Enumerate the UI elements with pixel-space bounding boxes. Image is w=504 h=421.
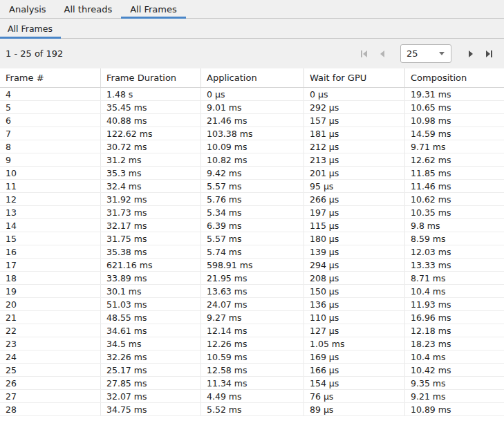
table-cell: 103.38 ms — [200, 127, 304, 140]
table-cell: 12.62 ms — [404, 153, 504, 166]
table-row[interactable]: 2051.03 ms24.07 ms136 µs11.93 ms — [0, 298, 504, 311]
table-cell: 18 — [0, 272, 100, 284]
table-cell: 4 — [0, 88, 100, 100]
table-cell: 30.72 ms — [100, 140, 200, 153]
tab-all-frames-label: All Frames — [130, 4, 177, 15]
table-cell: 201 µs — [304, 167, 404, 179]
table-cell: 9.42 ms — [200, 167, 304, 179]
table-cell: 12.14 ms — [200, 324, 304, 337]
table-row[interactable]: 7122.62 ms103.38 ms181 µs14.59 ms — [0, 127, 504, 140]
table-cell: 150 µs — [304, 285, 404, 297]
table-cell: 9.71 ms — [404, 140, 504, 153]
table-cell: 10.59 ms — [200, 350, 304, 363]
table-cell: 9.01 ms — [200, 101, 304, 113]
table-cell: 197 µs — [304, 206, 404, 218]
table-cell: 8.59 ms — [404, 232, 504, 245]
table-row[interactable]: 2234.61 ms12.14 ms127 µs12.18 ms — [0, 324, 504, 337]
table-row[interactable]: 1531.75 ms5.57 ms180 µs8.59 ms — [0, 232, 504, 245]
table-row[interactable]: 830.72 ms10.09 ms212 µs9.71 ms — [0, 140, 504, 153]
table-row[interactable]: 2732.07 ms4.49 ms76 µs9.21 ms — [0, 390, 504, 403]
table-cell: 89 µs — [304, 403, 404, 415]
table-cell: 157 µs — [304, 114, 404, 127]
tab-analysis-label: Analysis — [9, 4, 46, 15]
table-cell: 27 — [0, 390, 100, 402]
table-row[interactable]: 2525.17 ms12.58 ms166 µs10.42 ms — [0, 364, 504, 377]
table-cell: 1.05 ms — [304, 337, 404, 350]
column-header-wait-for-gpu[interactable]: Wait for GPU — [304, 68, 404, 87]
table-body: 41.48 s0 µs0 µs19.31 ms535.45 ms9.01 ms2… — [0, 88, 504, 416]
table-row[interactable]: 535.45 ms9.01 ms292 µs10.65 ms — [0, 101, 504, 114]
pager-range: 1 - 25 of 192 — [6, 48, 63, 59]
column-header-frame-duration[interactable]: Frame Duration — [100, 68, 200, 87]
table-cell: 598.91 ms — [200, 259, 304, 271]
table-cell: 21 — [0, 311, 100, 324]
table-cell: 31.75 ms — [100, 232, 200, 245]
table-cell: 32.07 ms — [100, 390, 200, 402]
table-cell: 23 — [0, 337, 100, 350]
table-header: Frame # Frame Duration Application Wait … — [0, 68, 504, 88]
table-cell: 10.98 ms — [404, 114, 504, 127]
table-cell: 40.88 ms — [100, 114, 200, 127]
table-cell: 10.35 ms — [404, 206, 504, 218]
table-cell: 24 — [0, 350, 100, 363]
table-cell: 31.73 ms — [100, 206, 200, 218]
table-cell: 25.17 ms — [100, 364, 200, 376]
table-row[interactable]: 640.88 ms21.46 ms157 µs10.98 ms — [0, 114, 504, 127]
table-cell: 76 µs — [304, 390, 404, 402]
table-row[interactable]: 1132.4 ms5.57 ms95 µs11.46 ms — [0, 180, 504, 193]
table-cell: 10.4 ms — [404, 285, 504, 297]
last-page-button[interactable] — [482, 46, 496, 62]
first-page-button[interactable] — [357, 46, 371, 62]
table-cell: 8 — [0, 140, 100, 153]
table-cell: 11 — [0, 180, 100, 192]
main-tabbar: Analysis All threads All Frames — [0, 0, 504, 19]
frames-table: Frame # Frame Duration Application Wait … — [0, 68, 504, 416]
page-size-select[interactable]: 25 — [400, 44, 451, 63]
table-cell: 27.85 ms — [100, 377, 200, 389]
table-row[interactable]: 931.2 ms10.82 ms213 µs12.62 ms — [0, 153, 504, 167]
table-cell: 31.92 ms — [100, 193, 200, 205]
table-cell: 20 — [0, 298, 100, 310]
table-cell: 621.16 ms — [100, 259, 200, 271]
table-row[interactable]: 2432.26 ms10.59 ms169 µs10.4 ms — [0, 350, 504, 364]
table-cell: 7 — [0, 127, 100, 140]
table-cell: 10.82 ms — [200, 153, 304, 166]
table-cell: 13 — [0, 206, 100, 218]
tab-all-threads[interactable]: All threads — [55, 0, 122, 18]
table-cell: 30.1 ms — [100, 285, 200, 297]
table-row[interactable]: 1930.1 ms13.63 ms150 µs10.4 ms — [0, 285, 504, 298]
table-row[interactable]: 41.48 s0 µs0 µs19.31 ms — [0, 88, 504, 101]
table-cell: 51.03 ms — [100, 298, 200, 310]
table-cell: 16 — [0, 245, 100, 258]
table-cell: 0 µs — [304, 88, 404, 100]
table-row[interactable]: 17621.16 ms598.91 ms294 µs13.33 ms — [0, 259, 504, 272]
next-page-button[interactable] — [464, 46, 478, 62]
table-row[interactable]: 2334.5 ms12.26 ms1.05 ms18.23 ms — [0, 337, 504, 350]
table-cell: 5.57 ms — [200, 232, 304, 245]
table-row[interactable]: 1035.3 ms9.42 ms201 µs11.85 ms — [0, 167, 504, 180]
table-row[interactable]: 2834.75 ms5.52 ms89 µs10.89 ms — [0, 403, 504, 416]
table-row[interactable]: 1432.17 ms6.39 ms115 µs9.8 ms — [0, 219, 504, 232]
table-cell: 110 µs — [304, 311, 404, 324]
table-cell: 169 µs — [304, 350, 404, 363]
prev-page-button[interactable] — [375, 46, 389, 62]
table-row[interactable]: 1231.92 ms5.76 ms266 µs10.62 ms — [0, 193, 504, 206]
table-cell: 180 µs — [304, 232, 404, 245]
table-cell: 19 — [0, 285, 100, 297]
table-row[interactable]: 2627.85 ms11.34 ms154 µs9.35 ms — [0, 377, 504, 390]
table-row[interactable]: 2148.55 ms9.27 ms110 µs16.96 ms — [0, 311, 504, 324]
table-row[interactable]: 1635.38 ms5.74 ms139 µs12.03 ms — [0, 245, 504, 259]
table-row[interactable]: 1331.73 ms5.34 ms197 µs10.35 ms — [0, 206, 504, 219]
table-cell: 8.71 ms — [404, 272, 504, 284]
column-header-frame-number[interactable]: Frame # — [0, 68, 100, 87]
tab-all-frames[interactable]: All Frames — [121, 0, 186, 18]
sub-tabbar: All Frames — [0, 19, 504, 39]
table-cell: 6 — [0, 114, 100, 127]
table-row[interactable]: 1833.89 ms21.95 ms208 µs8.71 ms — [0, 272, 504, 285]
column-header-composition[interactable]: Composition — [404, 68, 504, 87]
table-cell: 10.09 ms — [200, 140, 304, 153]
tab-analysis[interactable]: Analysis — [0, 0, 55, 18]
column-header-application[interactable]: Application — [200, 68, 304, 87]
table-cell: 166 µs — [304, 364, 404, 376]
subtab-all-frames[interactable]: All Frames — [0, 19, 61, 38]
